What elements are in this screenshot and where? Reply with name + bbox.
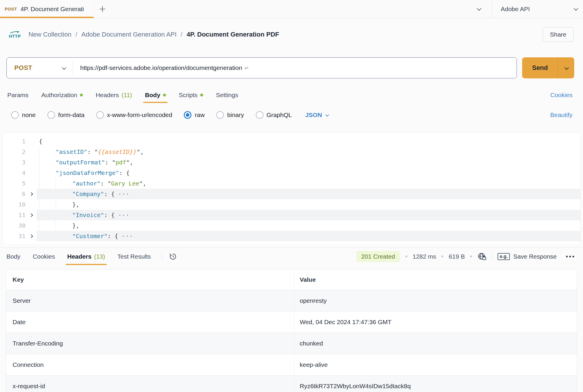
table-header-row: Key Value: [6, 269, 577, 290]
column-header-value: Value: [294, 269, 577, 290]
method-label: POST: [14, 64, 32, 72]
send-options-button[interactable]: [558, 57, 574, 78]
chevron-down-icon: [564, 65, 569, 70]
http-protocol-icon: HTTP: [9, 31, 21, 39]
history-clock-icon: [169, 252, 177, 261]
response-time: 1282 ms: [413, 253, 436, 260]
body-type-form-data[interactable]: form-data: [47, 111, 85, 119]
chevron-down-icon: [574, 6, 578, 11]
request-body-editor[interactable]: 1{2"assetID": "{{assetID}}",3"outputForm…: [2, 132, 581, 244]
code-line-30: 30},: [3, 220, 580, 231]
share-button[interactable]: Share: [543, 27, 574, 42]
body-type-none[interactable]: none: [11, 111, 36, 119]
breadcrumb-separator: /: [181, 31, 182, 38]
body-type-x-www-form-urlencoded[interactable]: x-www-form-urlencoded: [96, 111, 172, 119]
tab-list-dropdown[interactable]: [465, 0, 492, 18]
soft-return-icon: ↵: [244, 65, 249, 71]
tab-settings[interactable]: Settings: [216, 87, 238, 103]
divider: [492, 252, 492, 261]
tab-body[interactable]: Body: [145, 87, 166, 103]
language-selector[interactable]: JSON: [305, 111, 328, 118]
fold-toggle-icon[interactable]: [29, 192, 33, 196]
send-split-button: Send: [522, 57, 574, 78]
code-text: {: [37, 138, 42, 145]
new-tab-button[interactable]: [94, 0, 111, 18]
environment-name: Adobe API: [501, 6, 530, 13]
fold-toggle-icon[interactable]: [29, 213, 33, 217]
beautify-link[interactable]: Beautify: [550, 111, 572, 118]
dot-separator: [441, 255, 443, 257]
response-history-button[interactable]: [169, 252, 177, 261]
radio-icon: [96, 111, 104, 119]
globe-lock-icon: [477, 252, 487, 261]
send-button[interactable]: Send: [522, 57, 558, 78]
radio-icon: [216, 111, 224, 119]
url-input[interactable]: https://pdf-services.adobe.io/operation/…: [73, 64, 249, 71]
response-section-header: BodyCookiesHeaders(13)Test Results 201 C…: [0, 247, 583, 265]
body-type-raw[interactable]: raw: [184, 111, 205, 119]
header-value: Wed, 04 Dec 2024 17:47:36 GMT: [294, 312, 577, 333]
line-number: 30: [3, 222, 25, 229]
environment-selector[interactable]: Adobe API: [492, 0, 583, 18]
radio-label: none: [22, 111, 36, 118]
modified-dot: [80, 94, 83, 97]
table-row: DateWed, 04 Dec 2024 17:47:36 GMT: [6, 311, 577, 333]
body-type-row: noneform-datax-www-form-urlencodedrawbin…: [0, 107, 583, 123]
code-text: "outputFormat": "pdf",: [37, 159, 133, 166]
tab-params[interactable]: Params: [7, 87, 28, 103]
fold-column: [25, 235, 37, 238]
example-icon: e.g.: [498, 253, 510, 260]
response-tab-body[interactable]: Body: [6, 248, 20, 265]
response-size: 619 B: [449, 253, 465, 260]
code-line-2: 2"assetID": "{{assetID}}",: [3, 147, 580, 157]
line-number: 10: [3, 201, 25, 208]
radio-icon: [47, 111, 55, 119]
request-url-row: POST https://pdf-services.adobe.io/opera…: [6, 57, 574, 78]
request-tab-active[interactable]: POST 4P. Document Generati: [0, 0, 94, 18]
body-type-binary[interactable]: binary: [216, 111, 244, 119]
response-tab-headers[interactable]: Headers(13): [67, 248, 105, 265]
radio-label: raw: [195, 111, 205, 118]
body-type-options: noneform-datax-www-form-urlencodedrawbin…: [11, 111, 292, 119]
header-value: openresty: [294, 290, 577, 311]
tab-label: Settings: [216, 92, 238, 99]
more-options-button[interactable]: [566, 256, 574, 257]
code-line-10: 10},: [3, 199, 580, 210]
method-selector[interactable]: POST: [7, 58, 73, 78]
language-label: JSON: [305, 111, 322, 118]
breadcrumb-collection[interactable]: New Collection: [28, 31, 71, 38]
code-text: "author": "Gary Lee",: [37, 180, 146, 187]
radio-icon: [256, 111, 263, 119]
cookies-link[interactable]: Cookies: [550, 92, 572, 99]
code-line-6: 6"Company": { ···: [3, 189, 580, 199]
code-text: },: [37, 201, 79, 208]
line-number: 6: [3, 190, 25, 197]
chevron-down-icon: [477, 6, 481, 11]
response-tab-cookies[interactable]: Cookies: [33, 248, 55, 265]
radio-label: binary: [227, 111, 244, 118]
code-text: },: [37, 222, 79, 229]
header-value: Ryz6tkR73T2WbyLonW4sIDw15dtack8q: [294, 376, 577, 392]
radio-label: GraphQL: [267, 111, 292, 118]
tab-label: Body: [145, 92, 160, 99]
tab-label: Authorization: [41, 92, 77, 99]
tab-headers[interactable]: Headers(11): [96, 87, 132, 103]
tab-label: Test Results: [117, 253, 151, 260]
dot-icon: [569, 256, 571, 257]
network-info-button[interactable]: [477, 252, 487, 261]
code-line-5: 5"author": "Gary Lee",: [3, 178, 580, 189]
code-text: "assetID": "{{assetID}}",: [37, 148, 144, 155]
save-response-button[interactable]: e.g. Save Response: [498, 253, 557, 260]
breadcrumb-folder[interactable]: Adobe Document Generation API: [81, 31, 176, 38]
code-text: "Customer": { ···: [37, 233, 133, 240]
tab-authorization[interactable]: Authorization: [41, 87, 83, 103]
body-type-graphql[interactable]: GraphQL: [256, 111, 292, 119]
tab-title: 4P. Document Generati: [20, 6, 84, 13]
tab-count: (11): [121, 92, 132, 99]
code-line-31: 31"Customer": { ···: [3, 231, 580, 241]
response-tab-test-results[interactable]: Test Results: [117, 248, 151, 265]
topbar-right: Adobe API: [465, 0, 583, 18]
fold-toggle-icon[interactable]: [29, 234, 33, 238]
tab-scripts[interactable]: Scripts: [179, 87, 203, 103]
tab-label: Params: [7, 92, 28, 99]
